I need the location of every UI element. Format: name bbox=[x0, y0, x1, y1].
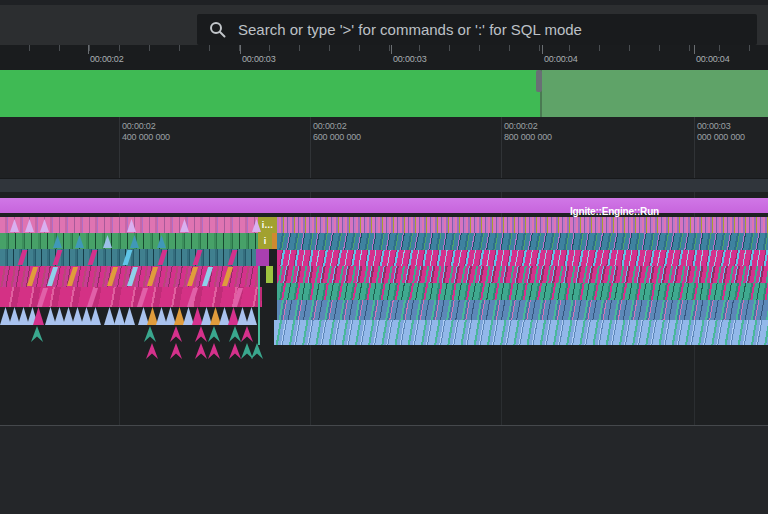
time-gridline bbox=[501, 117, 502, 178]
flame-row-right-6[interactable] bbox=[277, 283, 768, 300]
tri-marker bbox=[165, 307, 176, 325]
vline-marker bbox=[258, 266, 260, 345]
flame-row-right-8[interactable] bbox=[274, 320, 768, 345]
tri-marker bbox=[18, 307, 29, 325]
timestamp-label: 00:00:02800 000 000 bbox=[504, 121, 552, 143]
tri-marker bbox=[104, 307, 115, 325]
chevron-marker bbox=[170, 326, 182, 342]
tri-marker bbox=[90, 307, 101, 325]
chevron-marker bbox=[208, 326, 220, 342]
overview-time-ruler[interactable]: 00:00:0200:00:0300:00:0300:00:0400:00:04 bbox=[0, 45, 768, 70]
search-box[interactable] bbox=[197, 14, 757, 45]
flame-row-right-4[interactable] bbox=[277, 250, 768, 266]
ruler-minor-ticks bbox=[0, 45, 768, 51]
slice-i[interactable]: i bbox=[258, 233, 272, 249]
chevron-marker bbox=[31, 326, 43, 342]
timestamp-ruler[interactable]: 00:00:02400 000 00000:00:02600 000 00000… bbox=[0, 117, 768, 178]
chevron-marker bbox=[241, 326, 253, 342]
tri-marker bbox=[174, 307, 185, 325]
flame-chart-canvas[interactable]: Ignite::Engine::Run i… i bbox=[0, 192, 768, 425]
tri-marker bbox=[183, 307, 194, 325]
ruler-time-label: 00:00:03 bbox=[393, 54, 426, 64]
overview-track[interactable] bbox=[0, 70, 768, 117]
flame-row-right-5[interactable] bbox=[277, 266, 768, 283]
chevron-marker bbox=[170, 343, 182, 359]
ruler-major-tick bbox=[88, 45, 89, 54]
timestamp-label: 00:00:02600 000 000 bbox=[313, 121, 361, 143]
tri-marker bbox=[192, 307, 203, 325]
slice-purple[interactable] bbox=[256, 249, 269, 266]
flame-row-right-3[interactable] bbox=[277, 233, 768, 250]
tri-marker bbox=[81, 307, 92, 325]
tri-marker bbox=[246, 307, 257, 325]
chevron-marker bbox=[229, 343, 241, 359]
chevron-marker bbox=[195, 343, 207, 359]
ruler-major-tick bbox=[542, 45, 543, 54]
slice-yellowgreen-sliver[interactable] bbox=[266, 266, 273, 283]
tri-marker bbox=[147, 307, 158, 325]
slice-i-truncated[interactable]: i… bbox=[258, 217, 277, 233]
tri-marker bbox=[201, 307, 212, 325]
chevron-marker bbox=[195, 326, 207, 342]
details-panel bbox=[0, 426, 768, 514]
chevron-marker bbox=[251, 343, 263, 359]
slice-ignite-engine-run[interactable]: Ignite::Engine::Run bbox=[0, 198, 768, 213]
tri-marker bbox=[54, 307, 65, 325]
chevron-marker bbox=[229, 326, 241, 342]
section-separator[interactable] bbox=[0, 178, 768, 192]
ruler-time-label: 00:00:02 bbox=[90, 54, 123, 64]
flame-row-right-2[interactable] bbox=[277, 217, 768, 233]
ruler-time-label: 00:00:04 bbox=[696, 54, 729, 64]
ruler-major-tick bbox=[240, 45, 241, 54]
chevron-marker bbox=[208, 343, 220, 359]
overview-deselected-region[interactable] bbox=[542, 70, 768, 117]
time-gridline bbox=[119, 117, 120, 178]
flame-row-left-3[interactable] bbox=[0, 233, 258, 249]
tri-marker bbox=[138, 307, 149, 325]
topbar bbox=[0, 5, 768, 45]
search-input[interactable] bbox=[236, 20, 745, 39]
tri-marker bbox=[0, 307, 11, 325]
trace-viewer-window: 00:00:0200:00:0300:00:0300:00:0400:00:04… bbox=[0, 0, 768, 514]
time-gridline bbox=[310, 117, 311, 178]
tri-marker bbox=[228, 307, 239, 325]
ruler-major-tick bbox=[694, 45, 695, 54]
tri-marker bbox=[114, 307, 125, 325]
time-gridline bbox=[694, 117, 695, 178]
slice-label: Ignite::Engine::Run bbox=[570, 206, 659, 217]
timestamp-label: 00:00:03000 000 000 bbox=[697, 121, 745, 143]
tri-marker bbox=[124, 307, 135, 325]
chevron-marker bbox=[241, 343, 253, 359]
flame-row-right-7[interactable] bbox=[277, 300, 768, 320]
tri-marker bbox=[63, 307, 74, 325]
chevron-marker bbox=[146, 343, 158, 359]
tri-marker bbox=[72, 307, 83, 325]
tri-marker bbox=[45, 307, 56, 325]
ruler-major-tick bbox=[391, 45, 392, 54]
tri-marker bbox=[210, 307, 221, 325]
search-icon bbox=[209, 21, 226, 38]
tri-marker bbox=[219, 307, 230, 325]
viewport-drag-handle[interactable] bbox=[536, 70, 542, 92]
tri-marker bbox=[9, 307, 20, 325]
ruler-time-label: 00:00:04 bbox=[544, 54, 577, 64]
tri-marker bbox=[156, 307, 167, 325]
ruler-time-label: 00:00:03 bbox=[242, 54, 275, 64]
timestamp-label: 00:00:02400 000 000 bbox=[122, 121, 170, 143]
tri-marker bbox=[237, 307, 248, 325]
chevron-marker bbox=[144, 326, 156, 342]
